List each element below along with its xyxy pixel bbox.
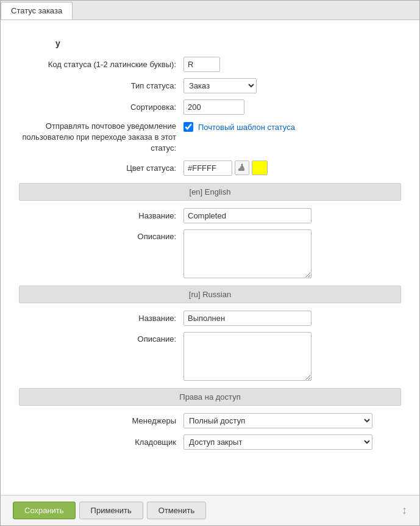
- ru-desc-label: Описание:: [19, 332, 183, 344]
- sort-label: Сортировка:: [19, 103, 183, 112]
- tab-status[interactable]: Статус заказа: [1, 2, 73, 20]
- section-en-header: [en] English: [19, 183, 401, 201]
- en-desc-textarea[interactable]: [183, 229, 311, 278]
- status-code-row: Код статуса (1-2 латинские буквы):: [19, 57, 401, 72]
- color-picker-button[interactable]: [235, 160, 249, 175]
- color-input-group: [183, 160, 268, 176]
- color-label: Цвет статуса:: [19, 164, 183, 173]
- en-name-row: Название:: [19, 208, 401, 223]
- status-type-row: Тип статуса: Заказ: [19, 78, 401, 93]
- email-template-link[interactable]: Почтовый шаблон статуса: [198, 123, 295, 132]
- ru-desc-row: Описание:: [19, 332, 401, 381]
- color-hex-input[interactable]: [183, 160, 232, 176]
- email-label: Отправлять почтовое уведомление пользова…: [19, 121, 183, 154]
- sort-input[interactable]: [183, 99, 244, 115]
- cancel-button[interactable]: Отменить: [147, 502, 206, 519]
- warehouse-label: Кладовщик: [19, 438, 183, 447]
- status-type-label: Тип статуса:: [19, 81, 183, 90]
- sort-row: Сортировка:: [19, 99, 401, 115]
- en-name-input[interactable]: [183, 208, 311, 223]
- email-checkbox[interactable]: [183, 122, 193, 132]
- status-code-input[interactable]: [183, 57, 220, 72]
- color-picker-icon: [238, 164, 246, 172]
- status-type-select[interactable]: Заказ: [183, 78, 257, 93]
- page-title: у: [19, 32, 401, 57]
- scroll-indicator: ↕: [402, 504, 407, 517]
- warehouse-select[interactable]: Полный доступ Только чтение Доступ закры…: [183, 434, 372, 450]
- color-row: Цвет статуса:: [19, 160, 401, 176]
- color-swatch[interactable]: [252, 160, 268, 175]
- ru-name-label: Название:: [19, 314, 183, 323]
- en-desc-label: Описание:: [19, 229, 183, 241]
- status-code-label: Код статуса (1-2 латинские буквы):: [19, 60, 183, 69]
- section-ru-header: [ru] Russian: [19, 286, 401, 303]
- email-row: Отправлять почтовое уведомление пользова…: [19, 121, 401, 154]
- footer: Сохранить Применить Отменить ↕: [1, 495, 419, 525]
- apply-button[interactable]: Применить: [79, 502, 143, 519]
- email-content: Почтовый шаблон статуса: [183, 121, 295, 132]
- save-button[interactable]: Сохранить: [13, 502, 76, 519]
- en-desc-row: Описание:: [19, 229, 401, 278]
- tab-bar: Статус заказа: [1, 1, 419, 20]
- managers-select[interactable]: Полный доступ Только чтение Доступ закры…: [183, 413, 372, 428]
- en-name-label: Название:: [19, 211, 183, 220]
- section-access-header: Права на доступ: [19, 388, 401, 406]
- svg-point-2: [241, 164, 243, 165]
- warehouse-row: Кладовщик Полный доступ Только чтение До…: [19, 434, 401, 450]
- ru-name-input[interactable]: [183, 311, 311, 326]
- ru-desc-textarea[interactable]: [183, 332, 311, 381]
- ru-name-row: Название:: [19, 311, 401, 326]
- form-content: у Код статуса (1-2 латинские буквы): Тип…: [1, 20, 419, 495]
- managers-label: Менеджеры: [19, 416, 183, 425]
- managers-row: Менеджеры Полный доступ Только чтение До…: [19, 413, 401, 428]
- main-window: Статус заказа у Код статуса (1-2 латинск…: [0, 0, 420, 526]
- svg-rect-0: [238, 168, 244, 171]
